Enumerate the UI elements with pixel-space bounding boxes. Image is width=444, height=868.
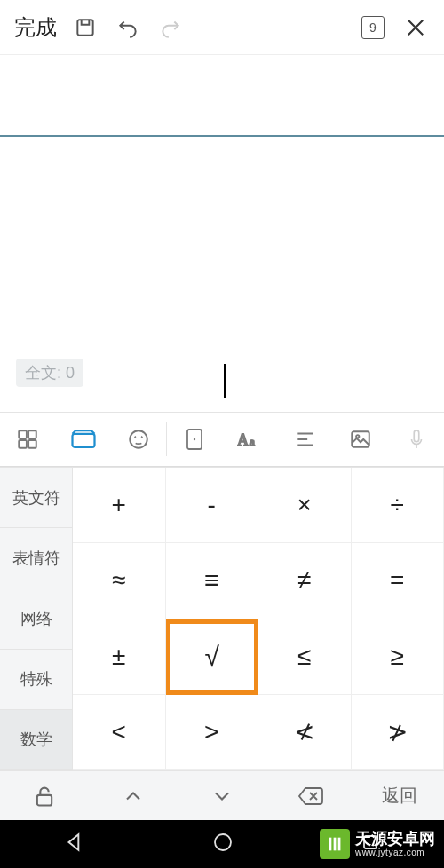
android-nav-bar: 天源安卓网 www.jytyaz.com: [0, 820, 444, 868]
chevron-up-icon[interactable]: [89, 784, 178, 809]
key-sqrt[interactable]: √: [166, 619, 259, 695]
svg-rect-0: [77, 20, 92, 35]
nav-recent-icon[interactable]: [360, 832, 381, 856]
svg-point-8: [194, 438, 195, 440]
key-identical[interactable]: ≡: [166, 543, 259, 619]
nav-home-icon[interactable]: [212, 832, 234, 856]
key-lte[interactable]: ≤: [258, 619, 352, 695]
font-icon[interactable]: Aa: [223, 428, 278, 451]
svg-rect-13: [414, 430, 419, 442]
text-cursor: [224, 364, 226, 398]
save-icon[interactable]: [64, 6, 107, 49]
svg-text:a: a: [250, 435, 255, 448]
keyboard-control-bar: 返回: [0, 770, 444, 820]
svg-point-12: [357, 435, 360, 438]
svg-text:A: A: [237, 431, 249, 449]
svg-point-6: [130, 430, 147, 448]
tab-emoji-symbols[interactable]: 表情符: [0, 528, 73, 588]
return-button[interactable]: 返回: [355, 784, 444, 808]
svg-rect-5: [72, 434, 94, 447]
keyboard-grid: + - × ÷ ≈ ≡ ≠ = ± √ ≤ ≥ < > ≮ ≯: [73, 468, 444, 770]
svg-rect-16: [364, 836, 377, 848]
format-toolbar: Aa: [0, 412, 444, 467]
chevron-down-icon[interactable]: [178, 784, 266, 809]
mic-icon[interactable]: [389, 427, 444, 452]
editor-body[interactable]: 全文: 0: [0, 137, 444, 412]
redo-icon: [149, 6, 192, 49]
key-approx[interactable]: ≈: [73, 543, 166, 619]
key-plus-minus[interactable]: ±: [73, 619, 166, 695]
keyboard-category-tabs: 英文符 表情符 网络 特殊 数学: [0, 468, 73, 770]
svg-rect-2: [28, 430, 36, 438]
watermark: 天源安卓网 www.jytyaz.com: [320, 820, 444, 868]
key-gt[interactable]: >: [166, 695, 259, 770]
top-toolbar: 完成 9: [0, 0, 444, 55]
key-gte[interactable]: ≥: [352, 619, 445, 695]
svg-point-15: [215, 834, 231, 850]
word-count-badge: 全文: 0: [16, 359, 83, 387]
tab-english-symbols[interactable]: 英文符: [0, 468, 73, 528]
key-not-less[interactable]: ≮: [258, 695, 352, 770]
image-icon[interactable]: [333, 428, 388, 451]
tab-special-symbols[interactable]: 特殊: [0, 650, 73, 710]
key-divide[interactable]: ÷: [352, 468, 445, 543]
key-minus[interactable]: -: [166, 468, 259, 543]
done-button[interactable]: 完成: [7, 13, 64, 42]
page-number-badge[interactable]: 9: [352, 6, 394, 49]
apps-icon[interactable]: [0, 428, 55, 451]
key-equal[interactable]: =: [352, 543, 445, 619]
svg-rect-19: [338, 838, 341, 851]
svg-rect-14: [37, 794, 52, 805]
key-not-greater[interactable]: ≯: [352, 695, 445, 770]
fullscreen-icon[interactable]: [167, 427, 222, 452]
emoji-icon[interactable]: [111, 428, 166, 451]
svg-rect-17: [329, 838, 332, 851]
keyboard-icon[interactable]: [55, 426, 110, 453]
svg-rect-1: [19, 430, 27, 438]
key-multiply[interactable]: ×: [258, 468, 352, 543]
svg-rect-3: [19, 440, 27, 448]
svg-rect-18: [334, 838, 337, 851]
undo-icon[interactable]: [107, 6, 149, 49]
svg-rect-4: [28, 440, 36, 448]
key-plus[interactable]: +: [73, 468, 166, 543]
nav-back-icon[interactable]: [63, 831, 86, 857]
lock-toggle-icon[interactable]: [0, 784, 89, 809]
tab-network-symbols[interactable]: 网络: [0, 588, 73, 649]
tab-math-symbols[interactable]: 数学: [0, 710, 73, 770]
close-icon[interactable]: [394, 6, 437, 49]
title-input[interactable]: [0, 55, 444, 137]
watermark-logo-icon: [320, 829, 350, 859]
backspace-icon[interactable]: [266, 785, 355, 808]
align-icon[interactable]: [278, 428, 333, 451]
symbol-keyboard: 英文符 表情符 网络 特殊 数学 + - × ÷ ≈ ≡ ≠ = ± √ ≤ ≥…: [0, 467, 444, 770]
key-not-equal[interactable]: ≠: [258, 543, 352, 619]
key-lt[interactable]: <: [73, 695, 166, 770]
svg-rect-11: [353, 431, 370, 446]
